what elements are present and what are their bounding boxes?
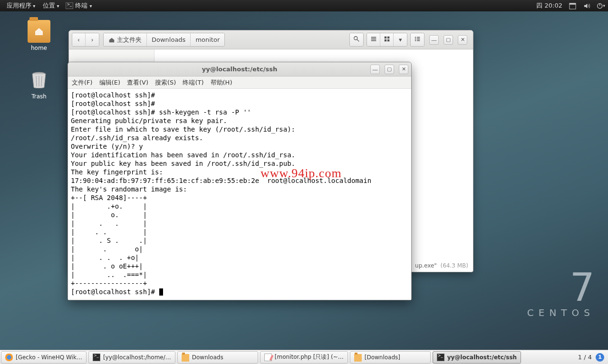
menu-help[interactable]: 帮助(H): [211, 78, 232, 87]
menu-edit[interactable]: 编辑(E): [99, 78, 120, 87]
svg-rect-12: [371, 40, 376, 41]
folder-icon: [182, 354, 189, 362]
bottom-panel: [Gecko - WineHQ Wik… [yy@localhost:/home…: [0, 350, 608, 364]
nav-forward-button[interactable]: ›: [86, 33, 99, 46]
volume-icon[interactable]: [582, 1, 591, 10]
menu-view[interactable]: 查看(V): [127, 78, 148, 87]
svg-rect-1: [569, 3, 575, 4]
folder-icon: [354, 354, 362, 362]
terminal-menubar: 文件(F) 编辑(E) 查看(V) 搜索(S) 终端(T) 帮助(H): [68, 77, 411, 89]
taskbar-item[interactable]: [Downloads]: [350, 351, 431, 364]
top-panel: 应用程序 位置 终端 ▾ 四 20:02 ▾: [0, 0, 608, 11]
places-menu[interactable]: 位置: [39, 1, 63, 10]
taskbar-item[interactable]: [Gecko - WineHQ Wik…: [1, 351, 87, 364]
maximize-button[interactable]: ▢: [385, 65, 394, 74]
svg-rect-10: [371, 37, 376, 38]
firefox-icon: [5, 354, 13, 361]
svg-rect-20: [417, 38, 420, 39]
svg-rect-18: [417, 37, 420, 38]
svg-line-9: [357, 39, 359, 41]
cursor: [159, 288, 163, 296]
terminal-icon: [66, 2, 73, 9]
menu-terminal[interactable]: 终端(T): [183, 78, 203, 87]
maximize-button[interactable]: ▢: [444, 35, 453, 45]
svg-rect-11: [371, 38, 376, 39]
taskbar-item[interactable]: [monitor.php [只读] (~…: [260, 351, 348, 364]
os-name: CENTOS: [527, 307, 595, 318]
desktop-icon-home[interactable]: home: [21, 20, 57, 51]
taskbar-item[interactable]: [yy@localhost:/home/…: [88, 351, 175, 364]
terminal-icon: [437, 354, 444, 361]
search-button[interactable]: [350, 33, 363, 46]
active-window-indicator[interactable]: 终端 ▾: [63, 1, 95, 10]
minimize-button[interactable]: —: [370, 65, 380, 74]
applications-menu[interactable]: 应用程序: [3, 1, 39, 10]
svg-point-8: [354, 37, 357, 40]
desktop-icon-trash[interactable]: Trash: [21, 68, 57, 100]
terminal-window[interactable]: yy@localhost:/etc/ssh — ▢ ✕ 文件(F) 编辑(E) …: [68, 62, 412, 300]
svg-rect-15: [384, 39, 386, 41]
svg-rect-13: [384, 37, 386, 38]
close-button[interactable]: ✕: [458, 35, 467, 45]
power-icon[interactable]: ▾: [597, 1, 605, 10]
desktop-icon-label: home: [21, 45, 57, 51]
view-list-button[interactable]: [367, 33, 380, 46]
svg-rect-16: [387, 39, 389, 41]
os-brand: 7 CENTOS: [527, 268, 595, 318]
home-folder-icon: [28, 20, 50, 43]
minimize-button[interactable]: —: [429, 35, 439, 45]
nav-buttons: ‹ ›: [72, 33, 99, 47]
close-button[interactable]: ✕: [399, 65, 408, 74]
view-compact-button[interactable]: [411, 33, 424, 46]
view-grid-button[interactable]: [380, 33, 394, 46]
terminal-output[interactable]: [root@localhost ssh]# [root@localhost ss…: [68, 89, 411, 300]
svg-rect-19: [415, 38, 416, 39]
trash-icon: [28, 68, 50, 91]
calendar-icon[interactable]: [568, 1, 577, 10]
menu-search[interactable]: 搜索(S): [155, 78, 176, 87]
breadcrumb-seg[interactable]: monitor: [191, 33, 224, 46]
workspace-badge[interactable]: 1: [596, 353, 604, 362]
terminal-icon: [93, 354, 100, 361]
taskbar-item[interactable]: Downloads: [177, 351, 258, 364]
svg-rect-22: [417, 40, 420, 41]
file-manager-titlebar[interactable]: ‹ › 主文件夹 Downloads monitor ▾ — ▢ ✕: [69, 30, 473, 49]
terminal-title: yy@localhost:/etc/ssh: [202, 66, 278, 73]
clock[interactable]: 四 20:02: [536, 1, 562, 10]
svg-rect-17: [415, 37, 416, 38]
breadcrumb-seg-home[interactable]: 主文件夹: [104, 33, 147, 46]
nav-back-button[interactable]: ‹: [72, 33, 86, 46]
breadcrumb: 主文件夹 Downloads monitor: [103, 33, 225, 47]
active-app-label: 终端: [75, 1, 87, 10]
breadcrumb-seg[interactable]: Downloads: [147, 33, 191, 46]
desktop-icon-label: Trash: [21, 93, 57, 100]
menu-file[interactable]: 文件(F): [72, 78, 93, 87]
terminal-titlebar[interactable]: yy@localhost:/etc/ssh — ▢ ✕: [68, 62, 411, 77]
os-version: 7: [527, 268, 595, 307]
workspace-switcher[interactable]: 1 / 4 1: [574, 353, 608, 362]
file-manager-status: up.exe" (64.3 MB): [415, 262, 468, 269]
svg-rect-21: [415, 40, 416, 41]
svg-rect-14: [387, 37, 389, 38]
editor-icon: [264, 354, 272, 361]
view-dropdown-button[interactable]: ▾: [394, 33, 407, 46]
taskbar-item-active[interactable]: yy@localhost:/etc/ssh: [433, 351, 521, 364]
